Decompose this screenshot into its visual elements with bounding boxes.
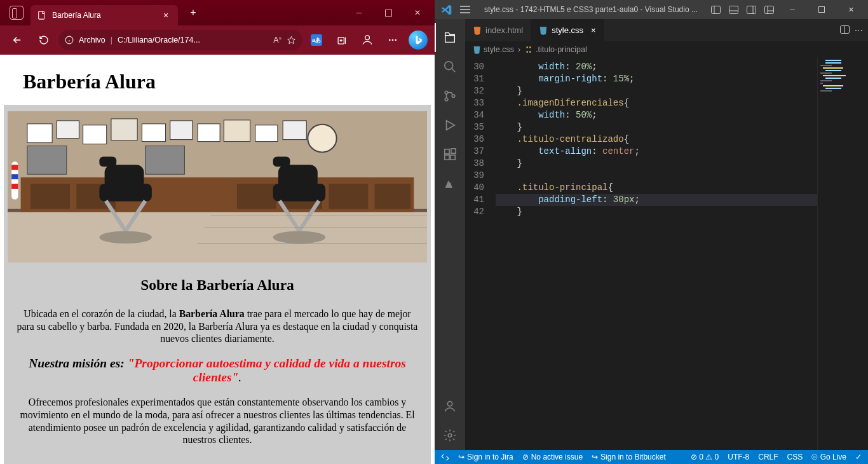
- svg-rect-27: [283, 121, 306, 140]
- layout-controls: [707, 0, 778, 19]
- back-button[interactable]: [5, 29, 29, 51]
- minimize-button[interactable]: ─: [344, 0, 374, 25]
- mission-prefix: Nuestra misión es:: [29, 357, 125, 370]
- more-button[interactable]: [381, 29, 404, 51]
- code[interactable]: width: 20%; margin-right: 15%; } .imagen…: [489, 57, 817, 450]
- status-eol[interactable]: CRLF: [758, 453, 778, 461]
- svg-rect-22: [142, 124, 165, 142]
- translate-button[interactable]: aあ: [305, 29, 328, 51]
- split-editor-icon[interactable]: [840, 25, 850, 36]
- maximize-button[interactable]: [374, 0, 403, 25]
- mission-quote: "Proporcionar autoestima y calidad de vi…: [125, 357, 406, 384]
- breadcrumb-file[interactable]: style.css: [473, 45, 514, 54]
- breadcrumb[interactable]: style.css › .titulo-principal: [465, 42, 868, 57]
- read-aloud-icon[interactable]: A»: [273, 36, 281, 44]
- svg-point-5: [389, 39, 391, 41]
- browser-tab[interactable]: Barbería Alura ×: [31, 5, 178, 25]
- svg-point-7: [395, 39, 397, 41]
- tab-index-html[interactable]: index.html: [465, 19, 531, 41]
- activity-bar: [435, 19, 465, 450]
- svg-rect-29: [27, 146, 67, 175]
- toggle-panel-icon[interactable]: [724, 0, 742, 19]
- intro-paragraph: Ubicada en el corazón de la ciudad, la B…: [17, 308, 418, 345]
- bing-button[interactable]: [407, 29, 430, 51]
- extensions-icon[interactable]: [435, 140, 465, 169]
- svg-rect-12: [31, 184, 70, 209]
- explorer-icon[interactable]: [435, 23, 465, 52]
- profile-button[interactable]: [356, 29, 379, 51]
- status-problems[interactable]: ⊘ 0 ⚠ 0: [691, 453, 719, 461]
- close-button[interactable]: ✕: [836, 0, 865, 19]
- run-debug-icon[interactable]: [435, 111, 465, 140]
- svg-rect-66: [451, 155, 455, 160]
- search-icon[interactable]: [435, 52, 465, 81]
- svg-rect-21: [111, 119, 137, 140]
- tab-style-css[interactable]: style.css ×: [531, 19, 604, 41]
- svg-rect-32: [11, 165, 18, 170]
- services-paragraph: Ofrecemos profesionales experimentados q…: [17, 396, 418, 446]
- minimize-button[interactable]: ─: [778, 0, 807, 19]
- tab-close-button[interactable]: ×: [160, 10, 172, 20]
- editor-textarea[interactable]: 30313233343536373839404142 width: 20%; m…: [465, 57, 868, 450]
- info-icon: [65, 36, 74, 44]
- settings-icon[interactable]: [435, 421, 465, 450]
- workspaces-icon: [10, 6, 24, 20]
- status-bar: ↪ Sign in to Jira ⊘ No active issue ↪ Si…: [435, 450, 868, 464]
- status-prettier[interactable]: ✓: [855, 453, 862, 461]
- svg-rect-24: [198, 124, 220, 142]
- vscode-titlebar: style.css - 1742-HTML5 e CSS3 parte1-aul…: [435, 0, 868, 19]
- svg-point-28: [308, 125, 336, 153]
- remote-indicator[interactable]: [441, 453, 449, 461]
- browser-titlebar: Barbería Alura × + ─ ✕: [0, 0, 435, 25]
- editor-tabs: index.html style.css × ···: [465, 19, 868, 42]
- browser-viewport[interactable]: Barbería Alura: [0, 55, 435, 464]
- tab-title: Barbería Alura: [52, 11, 155, 20]
- new-tab-button[interactable]: +: [184, 4, 202, 22]
- svg-rect-16: [329, 184, 368, 209]
- toggle-secondary-sidebar-icon[interactable]: [742, 0, 760, 19]
- status-language[interactable]: CSS: [787, 453, 803, 461]
- close-button[interactable]: ✕: [403, 0, 432, 25]
- address-path: C:/Lliliana/Oracle/174...: [118, 36, 268, 44]
- gutter: 30313233343536373839404142: [465, 57, 489, 450]
- more-actions-icon[interactable]: ···: [855, 25, 863, 36]
- status-golive[interactable]: ⦾ Go Live: [811, 453, 846, 461]
- section-heading: Sobre la Barbería Alura: [8, 276, 427, 294]
- editor-actions: ···: [835, 19, 868, 41]
- address-type: Archivo: [79, 36, 105, 44]
- text: style.css: [484, 45, 514, 54]
- favorite-icon[interactable]: [287, 36, 296, 45]
- customize-layout-icon[interactable]: [760, 0, 778, 19]
- svg-rect-67: [451, 149, 456, 153]
- tab-close-icon[interactable]: ×: [591, 25, 596, 35]
- status-jira[interactable]: ↪ Sign in to Jira: [458, 453, 513, 461]
- status-encoding[interactable]: UTF-8: [728, 453, 749, 461]
- breadcrumb-symbol[interactable]: .titulo-principal: [524, 45, 587, 54]
- toggle-primary-sidebar-icon[interactable]: [707, 0, 724, 19]
- svg-point-61: [445, 91, 448, 94]
- collections-button[interactable]: [330, 29, 353, 51]
- status-bitbucket[interactable]: ↪ Sign in to Bitbucket: [592, 453, 666, 461]
- svg-rect-49: [711, 6, 720, 13]
- refresh-button[interactable]: [32, 29, 56, 51]
- svg-rect-33: [11, 174, 18, 179]
- maximize-button[interactable]: [807, 0, 836, 19]
- menu-button[interactable]: [455, 0, 475, 19]
- source-control-icon[interactable]: [435, 81, 465, 111]
- svg-rect-55: [764, 6, 773, 13]
- hero-image: [8, 111, 427, 263]
- workspaces-button[interactable]: [3, 6, 31, 20]
- svg-rect-9: [8, 209, 427, 263]
- svg-rect-40: [278, 165, 318, 190]
- svg-line-60: [452, 69, 456, 72]
- svg-point-42: [273, 231, 326, 243]
- address-bar[interactable]: Archivo | C:/Lliliana/Oracle/174... A»: [58, 30, 302, 50]
- minimap[interactable]: [817, 57, 868, 450]
- status-issue[interactable]: ⊘ No active issue: [522, 453, 583, 461]
- svg-point-38: [99, 231, 152, 243]
- svg-point-68: [447, 402, 452, 406]
- svg-rect-26: [255, 125, 278, 142]
- account-icon[interactable]: [435, 392, 465, 421]
- tab-label: index.html: [485, 25, 523, 35]
- atlassian-icon[interactable]: [435, 169, 465, 198]
